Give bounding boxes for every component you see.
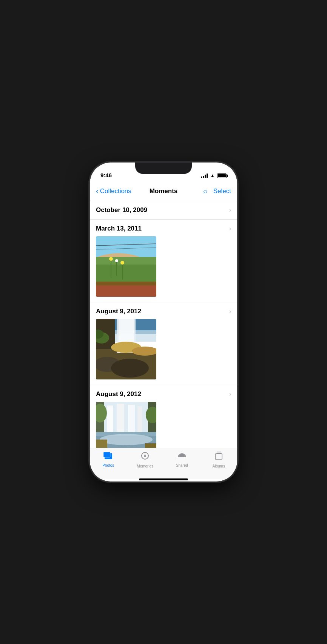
svg-point-20: [111, 359, 149, 378]
battery-icon: [217, 173, 227, 178]
moment-date-3: August 9, 2012: [96, 390, 141, 398]
moment-chevron-3: ›: [229, 391, 231, 398]
wifi-icon: ▲: [210, 173, 215, 178]
moment-chevron-2: ›: [229, 308, 231, 315]
back-label: Collections: [100, 187, 131, 195]
moment-section-3: August 9, 2012 ›: [90, 385, 237, 448]
svg-point-40: [100, 434, 153, 445]
moment-row-1[interactable]: March 13, 2011 ›: [90, 220, 237, 236]
nav-bar: ‹ Collections Moments ⌕ Select: [90, 181, 237, 201]
svg-rect-42: [145, 443, 156, 448]
content-scroll[interactable]: October 10, 2009 › March 13, 2011 ›: [90, 201, 237, 448]
signal-bar-4: [207, 173, 208, 178]
moment-photo-2[interactable]: [96, 319, 156, 379]
svg-point-8: [109, 257, 113, 261]
svg-rect-30: [107, 406, 113, 432]
svg-rect-66: [217, 452, 221, 452]
moment-section-2: August 9, 2012 ›: [90, 302, 237, 385]
albums-tab-label: Albums: [213, 464, 225, 468]
status-time: 9:46: [100, 172, 112, 178]
svg-rect-12: [96, 285, 156, 297]
photos-tab-icon: [103, 451, 113, 462]
svg-point-9: [115, 259, 118, 262]
tab-albums[interactable]: Albums: [201, 451, 238, 468]
moment-photo-1[interactable]: [96, 236, 156, 297]
svg-rect-31: [117, 404, 124, 434]
svg-rect-65: [216, 453, 222, 454]
moment-section-1: March 13, 2011 ›: [90, 220, 237, 302]
tab-bar: Photos Memories: [90, 448, 237, 479]
moment-photo-3[interactable]: [96, 402, 156, 448]
photo-image-1: [96, 236, 156, 297]
moment-row-2[interactable]: August 9, 2012 ›: [90, 302, 237, 319]
svg-point-10: [120, 261, 124, 265]
back-button[interactable]: ‹ Collections: [96, 187, 141, 195]
photos-tab-label: Photos: [102, 463, 114, 468]
signal-bar-3: [205, 175, 206, 178]
tab-memories[interactable]: Memories: [127, 451, 164, 468]
signal-bar-2: [203, 176, 204, 178]
moment-date-2: August 9, 2012: [96, 308, 141, 315]
shared-tab-label: Shared: [176, 463, 188, 468]
memories-tab-icon: [140, 451, 150, 463]
search-button[interactable]: ⌕: [203, 187, 207, 195]
albums-tab-icon: [214, 451, 224, 463]
moment-row-3[interactable]: August 9, 2012 ›: [90, 385, 237, 402]
status-icons: ▲: [201, 173, 227, 178]
notch: [135, 163, 192, 174]
nav-title: Moments: [141, 187, 186, 195]
phone-frame: 9:46 ▲ ‹ Collections Moments: [90, 163, 237, 481]
moment-date-1: March 13, 2011: [96, 225, 142, 232]
photo-image-2: [96, 319, 156, 379]
svg-rect-64: [215, 454, 222, 459]
svg-point-63: [144, 455, 146, 457]
back-chevron-icon: ‹: [96, 187, 99, 195]
battery-fill: [218, 174, 226, 177]
svg-rect-60: [103, 452, 110, 457]
moment-row-0[interactable]: October 10, 2009 ›: [90, 201, 237, 220]
select-button[interactable]: Select: [213, 187, 231, 195]
svg-rect-32: [128, 405, 135, 433]
phone-screen: 9:46 ▲ ‹ Collections Moments: [90, 163, 237, 481]
home-bar: [139, 478, 188, 480]
nav-actions: ⌕ Select: [186, 187, 231, 195]
tab-shared[interactable]: Shared: [164, 451, 201, 468]
shared-tab-icon: [177, 451, 187, 462]
moment-date-0: October 10, 2009: [96, 206, 147, 214]
photo-image-3: [96, 402, 156, 448]
signal-bar-1: [201, 176, 202, 178]
memories-tab-label: Memories: [137, 464, 153, 468]
moment-chevron-0: ›: [229, 207, 231, 214]
signal-bars: [201, 173, 208, 178]
moment-chevron-1: ›: [229, 225, 231, 232]
tab-photos[interactable]: Photos: [90, 451, 127, 468]
svg-rect-41: [96, 440, 107, 448]
home-indicator: [90, 479, 237, 481]
svg-rect-33: [137, 406, 142, 432]
